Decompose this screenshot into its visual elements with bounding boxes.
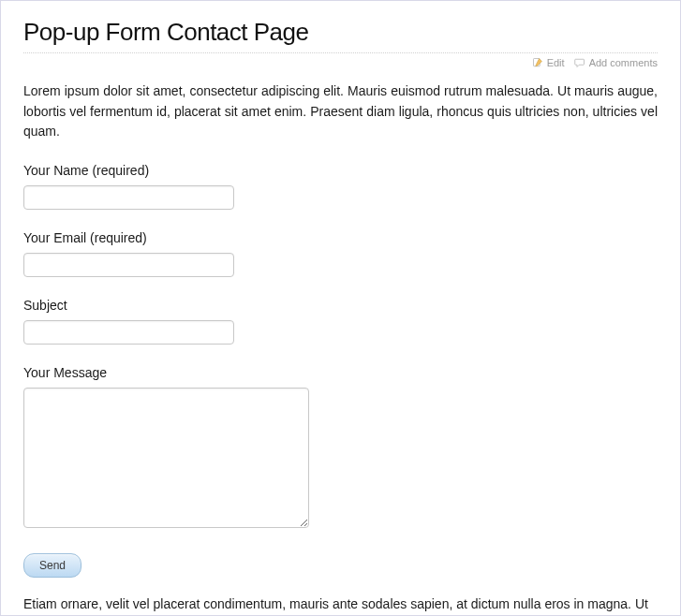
message-input[interactable]	[23, 388, 309, 528]
outro-paragraph: Etiam ornare, velit vel placerat condime…	[23, 594, 658, 615]
edit-link[interactable]: Edit	[532, 57, 565, 68]
add-comments-link[interactable]: Add comments	[574, 57, 658, 68]
send-button[interactable]: Send	[23, 553, 81, 578]
edit-icon	[532, 57, 543, 68]
intro-paragraph: Lorem ipsum dolor sit amet, consectetur …	[23, 81, 658, 142]
meta-row: Edit Add comments	[23, 57, 658, 68]
message-field: Your Message	[23, 365, 658, 531]
page-title: Pop-up Form Contact Page	[23, 18, 658, 53]
comment-icon	[574, 57, 585, 68]
subject-label: Subject	[23, 298, 658, 313]
contact-form: Your Name (required) Your Email (require…	[23, 163, 658, 578]
edit-label: Edit	[547, 57, 565, 68]
email-field: Your Email (required)	[23, 230, 658, 277]
subject-field: Subject	[23, 298, 658, 345]
name-label: Your Name (required)	[23, 163, 658, 178]
name-input[interactable]	[23, 185, 234, 210]
message-label: Your Message	[23, 365, 658, 380]
email-input[interactable]	[23, 253, 234, 277]
subject-input[interactable]	[23, 320, 234, 345]
name-field: Your Name (required)	[23, 163, 658, 210]
add-comments-label: Add comments	[589, 57, 658, 68]
email-label: Your Email (required)	[23, 230, 658, 245]
